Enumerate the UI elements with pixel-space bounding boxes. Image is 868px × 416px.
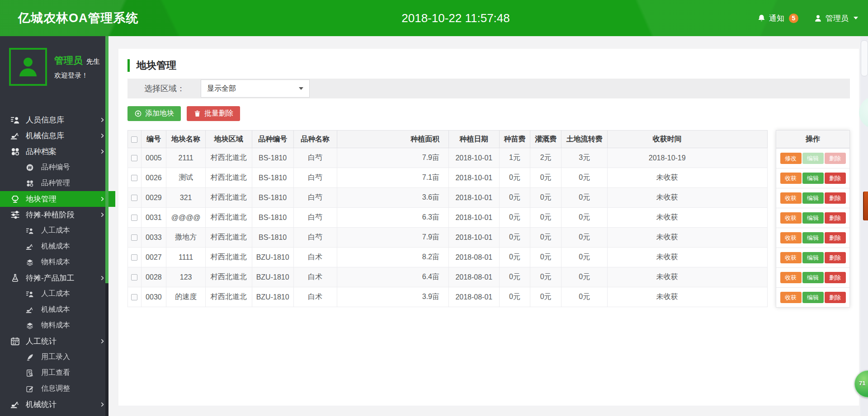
cell-seedling-fee: 0元 bbox=[499, 168, 530, 188]
caret-down-icon bbox=[854, 17, 858, 19]
sidebar-item-variety-code[interactable]: 品种编号 bbox=[0, 159, 130, 175]
row-checkbox[interactable] bbox=[131, 294, 137, 300]
column-header-harvest-time: 收获时间 bbox=[608, 131, 768, 148]
cell-variety-code: BZU-1810 bbox=[252, 248, 293, 267]
delete-button[interactable]: 删除 bbox=[825, 292, 846, 303]
delete-button[interactable]: 删除 bbox=[825, 252, 846, 263]
harvest-button[interactable]: 收获 bbox=[780, 212, 802, 224]
cell-harvest-time: 未收获 bbox=[608, 208, 768, 228]
sidebar-scrollbar-thumb[interactable] bbox=[105, 36, 108, 283]
column-header-land-transfer-fee: 土地流转费 bbox=[561, 131, 608, 148]
row-checkbox[interactable] bbox=[131, 274, 137, 280]
sidebar-item-labor-statistics[interactable]: 人工统计 bbox=[0, 333, 115, 349]
row-checkbox[interactable] bbox=[131, 254, 137, 261]
cell-planting-date: 2018-08-01 bbox=[449, 267, 500, 287]
sidebar-item-processing-material-cost[interactable]: 物料成本 bbox=[0, 318, 130, 333]
page-scrollbar[interactable] bbox=[860, 36, 868, 416]
modify-button[interactable]: 修改 bbox=[780, 153, 802, 164]
action-row: 收获编辑删除 bbox=[776, 287, 849, 307]
edge-side-tab[interactable] bbox=[863, 192, 868, 220]
sidebar-item-labor-entry[interactable]: 用工录入 bbox=[0, 349, 130, 365]
cell-irrigation-fee: 0元 bbox=[530, 208, 561, 228]
sidebar-item-variety-manage[interactable]: 品种管理 bbox=[0, 175, 130, 191]
harvest-button[interactable]: 收获 bbox=[780, 173, 802, 184]
column-header-planting-date: 种植日期 bbox=[449, 131, 500, 148]
sidebar-item-labor-view[interactable]: 用工查看 bbox=[0, 365, 130, 381]
row-checkbox[interactable] bbox=[131, 195, 137, 201]
sidebar-item-label: 品种档案 bbox=[26, 146, 57, 157]
person-icon bbox=[25, 289, 35, 299]
action-column-header: 操作 bbox=[776, 131, 849, 148]
table-header-row: 编号地块名称地块区域品种编号品种名称种植面积种植日期种苗费灌溉费土地流转费收获时… bbox=[128, 131, 768, 148]
cell-irrigation-fee: 0元 bbox=[530, 248, 561, 267]
row-checkbox[interactable] bbox=[131, 215, 137, 221]
action-row: 收获编辑删除 bbox=[776, 228, 849, 248]
sidebar-item-planting-material-cost[interactable]: 物料成本 bbox=[0, 254, 130, 270]
delete-button[interactable]: 删除 bbox=[825, 173, 846, 184]
delete-button[interactable]: 删除 bbox=[825, 212, 846, 224]
sidebar-item-label: 机械成本 bbox=[41, 305, 70, 314]
edit-button[interactable]: 编辑 bbox=[802, 192, 824, 204]
harvest-button[interactable]: 收获 bbox=[780, 272, 802, 283]
harvest-button[interactable]: 收获 bbox=[780, 192, 802, 204]
notification-count-badge: 5 bbox=[789, 14, 798, 23]
edit-button[interactable]: 编辑 bbox=[802, 252, 824, 263]
sidebar-item-label: 机械信息库 bbox=[26, 131, 64, 141]
cell-seedling-fee: 0元 bbox=[499, 287, 530, 307]
column-header-plot-region: 地块区域 bbox=[206, 131, 252, 148]
delete-button[interactable]: 删除 bbox=[825, 192, 846, 204]
sidebar-item-planting-machine-cost[interactable]: 机械成本 bbox=[0, 238, 130, 254]
chevron-right-icon bbox=[99, 402, 105, 407]
action-row: 修改编辑删除 bbox=[776, 148, 849, 168]
notifications-button[interactable]: 通知 5 bbox=[757, 13, 798, 23]
admin-user-menu[interactable]: 管理员 bbox=[814, 13, 858, 23]
sidebar-item-personnel-info[interactable]: 人员信息库 bbox=[0, 112, 115, 128]
batch-delete-button[interactable]: 批量删除 bbox=[187, 106, 240, 121]
cell-plot-region: 村西北道北 bbox=[206, 267, 252, 287]
person-icon bbox=[10, 115, 20, 125]
edit-button[interactable]: 编辑 bbox=[802, 173, 824, 184]
sidebar-item-processing-machine-cost[interactable]: 机械成本 bbox=[0, 302, 130, 318]
cell-planting-date: 2018-10-01 bbox=[449, 148, 500, 168]
edit-button[interactable]: 编辑 bbox=[802, 212, 824, 224]
sidebar-item-machinery-statistics[interactable]: 机械统计 bbox=[0, 397, 115, 412]
column-header-plot-name: 地块名称 bbox=[166, 131, 206, 148]
edit-button[interactable]: 编辑 bbox=[802, 272, 824, 283]
add-plot-button[interactable]: 添加地块 bbox=[127, 106, 181, 121]
edit-button: 编辑 bbox=[802, 153, 824, 164]
cell-id: 0028 bbox=[141, 267, 166, 287]
harvest-button[interactable]: 收获 bbox=[780, 252, 802, 263]
sidebar-item-pending-product-processing[interactable]: 待摊-产品加工 bbox=[0, 270, 115, 286]
select-all-checkbox[interactable] bbox=[131, 136, 137, 143]
row-checkbox[interactable] bbox=[131, 155, 137, 161]
page-scrollbar-thumb[interactable] bbox=[861, 40, 868, 76]
app-title: 亿城农林OA管理系统 bbox=[18, 10, 139, 26]
sidebar-item-variety-archive[interactable]: 品种档案 bbox=[0, 144, 115, 159]
action-row: 收获编辑删除 bbox=[776, 188, 849, 208]
edit-button[interactable]: 编辑 bbox=[802, 292, 824, 303]
row-checkbox[interactable] bbox=[131, 234, 137, 241]
cell-land-transfer-fee: 3元 bbox=[561, 148, 608, 168]
sidebar-item-plot-management[interactable]: 地块管理 bbox=[0, 191, 115, 207]
table-row: 0029321村西北道北BS-1810白芍3.6亩2018-10-010元0元0… bbox=[128, 188, 768, 208]
sidebar-item-pending-planting-stage[interactable]: 待摊-种植阶段 bbox=[0, 207, 115, 223]
sidebar-item-processing-labor-cost[interactable]: 人工成本 bbox=[0, 286, 130, 302]
cell-irrigation-fee: 0元 bbox=[530, 168, 561, 188]
sidebar-item-machinery-info[interactable]: 机械信息库 bbox=[0, 128, 115, 144]
sidebar-item-label: 待摊-产品加工 bbox=[26, 273, 75, 283]
trash-icon bbox=[193, 110, 201, 117]
region-select[interactable]: 显示全部 bbox=[201, 79, 310, 98]
cell-land-transfer-fee: 0元 bbox=[561, 267, 608, 287]
row-checkbox[interactable] bbox=[131, 175, 137, 181]
delete-button[interactable]: 删除 bbox=[825, 232, 846, 243]
harvest-button[interactable]: 收获 bbox=[780, 232, 802, 243]
chevron-right-icon bbox=[99, 149, 105, 154]
cell-seedling-fee: 0元 bbox=[499, 208, 530, 228]
harvest-button[interactable]: 收获 bbox=[780, 292, 802, 303]
delete-button[interactable]: 删除 bbox=[825, 272, 846, 283]
sidebar: 管理员 先生 欢迎登录！ 人员信息库机械信息库品种档案品种编号品种管理地块管理待… bbox=[0, 36, 108, 416]
edit-button[interactable]: 编辑 bbox=[802, 232, 824, 243]
sidebar-item-planting-labor-cost[interactable]: 人工成本 bbox=[0, 223, 130, 238]
sidebar-scrollbar[interactable] bbox=[105, 36, 108, 416]
sidebar-item-info-adjust[interactable]: 信息调整 bbox=[0, 381, 130, 397]
